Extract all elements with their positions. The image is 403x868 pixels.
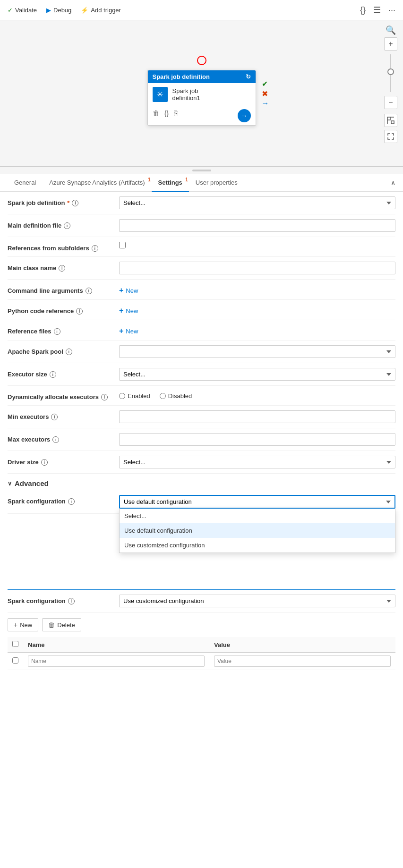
new-row-button[interactable]: + New [8,618,38,631]
node-status-check-icon: ✔ [262,79,269,88]
main-def-file-info-icon[interactable]: i [64,222,70,229]
node-copy-icon[interactable]: ⎘ [174,109,178,122]
min-executors-info-icon[interactable]: i [51,414,58,420]
max-executors-info-icon[interactable]: i [52,436,59,443]
tab-settings[interactable]: Settings 1 [152,174,189,192]
spark-config2-info-icon[interactable]: i [68,598,75,604]
settings-panel: Spark job definition * i Select... Main … [0,192,403,680]
tab-artifacts-badge: 1 [148,177,151,182]
spark-config2-select[interactable]: Use customized configuration Use default… [119,595,395,607]
code-icon[interactable]: {} [360,5,366,15]
max-executors-input[interactable] [119,433,395,446]
spark-job-def-select[interactable]: Select... [119,196,395,209]
cmd-args-info-icon[interactable]: i [86,288,92,294]
table-header-row: Name Value [8,637,395,653]
zoom-out-button[interactable]: − [384,96,397,109]
spark-config-option-custom[interactable]: Use customized configuration [120,538,395,553]
dyn-alloc-disabled-radio[interactable] [160,393,166,399]
table-select-all-checkbox[interactable] [12,641,18,647]
spark-config-option-select-label: Select... [124,512,146,519]
main-class-info-icon[interactable]: i [59,265,65,272]
spark-config-option-default[interactable]: Use default configuration [120,523,395,538]
node-next-button[interactable]: → [238,109,251,122]
dyn-alloc-disabled-option[interactable]: Disabled [160,392,192,400]
node-delete-icon[interactable]: 🗑 [153,109,160,122]
spark-config-row: Spark configuration i Use default config… [8,490,395,514]
table-name-header: Name [23,637,209,653]
zoom-auto-button[interactable] [384,130,397,143]
delete-row-button[interactable]: 🗑 Delete [42,618,81,631]
tabs-collapse-button[interactable]: ∧ [391,179,395,187]
driver-size-info-icon[interactable]: i [41,459,48,466]
dyn-alloc-info-icon[interactable]: i [101,394,108,400]
tab-artifacts[interactable]: Azure Synapse Analytics (Artifacts) 1 [43,174,151,192]
validate-button[interactable]: ✓ Validate [8,7,37,14]
zoom-slider[interactable] [390,52,391,94]
table-row-value-input[interactable] [214,655,391,667]
ref-files-new-button[interactable]: + New [119,325,395,335]
config-table-section: + New 🗑 Delete Name Value [8,618,395,670]
max-executors-row: Max executors i [8,428,395,451]
main-def-file-input[interactable] [119,219,395,232]
tab-user-props-label: User properties [196,179,238,186]
zoom-in-button[interactable]: + [384,37,397,51]
spark-config-info-icon[interactable]: i [68,498,75,505]
advanced-chevron-icon: ∨ [8,480,12,487]
delete-row-label: Delete [57,621,75,629]
executor-size-select[interactable]: Select... [119,368,395,381]
zoom-fit-button[interactable] [384,114,397,127]
driver-size-select[interactable]: Select... [119,456,395,468]
zoom-thumb [387,68,394,75]
tab-general[interactable]: General [8,174,43,192]
advanced-label: Advanced [15,479,49,487]
advanced-section-header[interactable]: ∨ Advanced [8,474,395,490]
executor-size-info-icon[interactable]: i [50,371,56,378]
dyn-alloc-enabled-radio[interactable] [119,393,125,399]
more-icon[interactable]: ··· [388,5,395,15]
spark-config2-row: Spark configuration i Use customized con… [8,589,395,613]
apache-spark-pool-info-icon[interactable]: i [66,349,72,355]
spark-config2-label: Spark configuration i [8,595,111,604]
main-class-row: Main class name i [8,257,395,280]
min-executors-label: Min executors i [8,410,111,420]
play-icon: ▶ [46,7,51,14]
refs-subfolders-info-icon[interactable]: i [92,245,98,252]
dyn-alloc-disabled-label: Disabled [168,392,192,400]
python-ref-info-icon[interactable]: i [76,308,83,315]
ref-files-info-icon[interactable]: i [54,328,60,335]
divider-handle[interactable] [0,167,403,174]
tab-user-props[interactable]: User properties [189,174,244,192]
zoom-controls: 🔍 + − [384,25,397,143]
cmd-args-plus-icon: + [119,286,123,295]
config-table: Name Value [8,637,395,670]
table-row-name-input[interactable] [28,655,205,667]
validate-label: Validate [15,7,37,14]
dyn-alloc-enabled-option[interactable]: Enabled [119,392,150,400]
node-refresh-icon[interactable]: ↻ [246,73,251,80]
apache-spark-pool-select[interactable] [119,345,395,358]
table-row-checkbox[interactable] [12,657,18,664]
dyn-alloc-enabled-label: Enabled [128,392,150,400]
refs-subfolders-checkbox[interactable] [119,242,126,248]
add-trigger-button[interactable]: ⚡ Add trigger [81,7,121,14]
main-class-input[interactable] [119,262,395,274]
main-def-file-row: Main definition file i [8,214,395,237]
dyn-alloc-radio-group: Enabled Disabled [119,391,395,400]
node-code-icon[interactable]: {} [164,109,169,122]
executor-size-row: Executor size i Select... [8,363,395,386]
spark-node[interactable]: Spark job definition ↻ ✳ Spark job defin… [147,70,256,126]
toolbar-right: {} ☰ ··· [360,5,395,15]
debug-button[interactable]: ▶ Debug [46,7,71,14]
python-ref-new-button[interactable]: + New [119,305,395,315]
spark-config-option-select[interactable]: Select... [120,509,395,523]
search-icon[interactable]: 🔍 [386,25,396,35]
spark-config-select[interactable]: Use default configuration Select... Use … [119,495,395,509]
main-class-label: Main class name i [8,262,111,272]
cmd-args-new-button[interactable]: + New [119,284,395,295]
min-executors-input[interactable] [119,410,395,423]
min-executors-row: Min executors i [8,406,395,428]
spark-job-def-info-icon[interactable]: i [72,200,78,206]
main-class-control [119,262,395,274]
list-icon[interactable]: ☰ [373,5,381,15]
table-value-header: Value [209,637,395,653]
